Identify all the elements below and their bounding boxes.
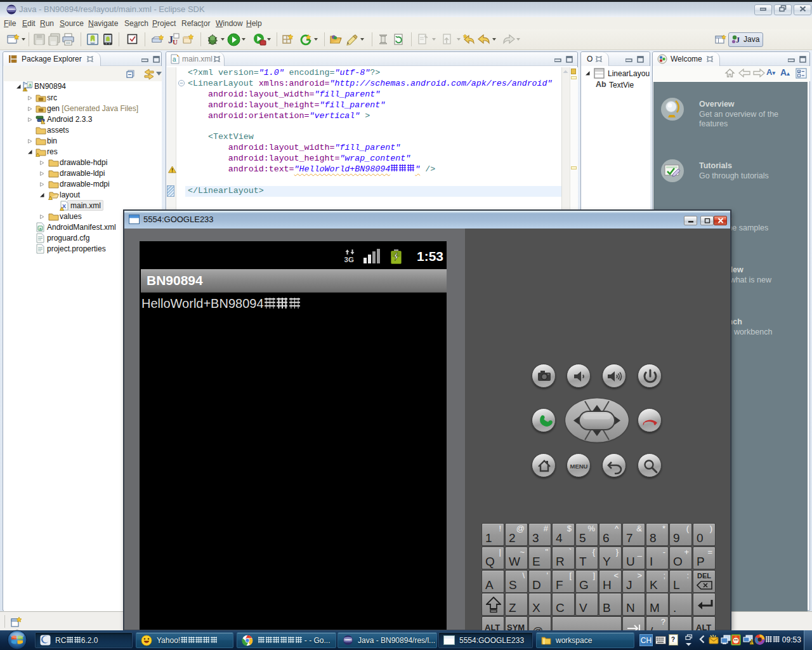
svg-text:?: ?	[671, 636, 675, 643]
svg-text:!: !	[25, 88, 26, 91]
svg-text:U: U	[173, 38, 178, 46]
svg-text:J: J	[736, 36, 740, 44]
svg-text:a: a	[39, 227, 42, 231]
svg-text:a: a	[29, 82, 32, 88]
svg-text:3G: 3G	[344, 256, 354, 263]
svg-text:a: a	[173, 56, 176, 63]
svg-text:!: !	[751, 640, 752, 644]
svg-text:MENU: MENU	[570, 463, 588, 470]
